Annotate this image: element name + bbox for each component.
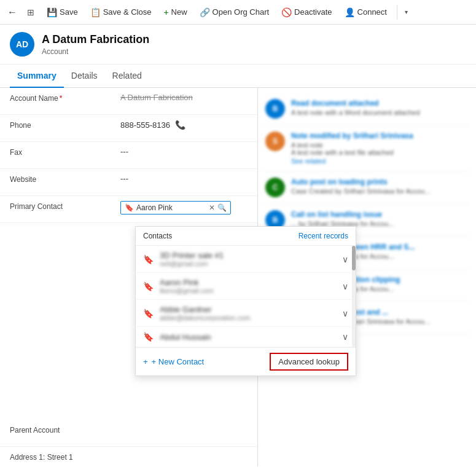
value-fax[interactable]: --- xyxy=(120,147,248,156)
connect-icon: 👤 xyxy=(345,7,355,17)
activity-item-1: S Note modified by Srilhari Srinivasa A … xyxy=(265,125,469,171)
contact-item-2[interactable]: 🔖 Abbie Gardner abbie@datumcorporation.c… xyxy=(136,300,258,327)
activity-title-2: Auto post on loading prints xyxy=(291,178,469,186)
org-chart-button[interactable]: 🔗 Open Org Chart xyxy=(195,5,275,20)
save-close-button[interactable]: 📋 Save & Close xyxy=(85,5,157,20)
contact-item-0[interactable]: 🔖 3D Printer sale #1 neli@gmail.com ∨ xyxy=(136,246,258,273)
phone-number[interactable]: 888-555-8136 xyxy=(120,120,170,130)
label-website: Website xyxy=(10,174,120,184)
label-parent-account: Parent Account xyxy=(10,425,120,435)
contact-email-2: abbie@datumcorporation.com xyxy=(160,314,258,321)
main-layout: Account Name* A Datum Fabrication Phone … xyxy=(0,88,476,466)
field-parent-account: Parent Account xyxy=(0,420,257,447)
save-close-icon: 📋 xyxy=(90,7,101,17)
label-phone: Phone xyxy=(10,120,120,130)
save-icon: 💾 xyxy=(47,7,57,17)
field-phone: Phone 888-555-8136 📞 xyxy=(0,115,257,142)
deactivate-icon: 🚫 xyxy=(281,7,292,17)
activity-desc-2: Case Created by Srilhari Srinivasa for A… xyxy=(291,187,469,195)
record-title: A Datum Fabrication xyxy=(42,33,149,46)
contact-icon-0: 🔖 xyxy=(143,254,154,264)
activity-desc-0: A test note with a Word document attache… xyxy=(291,109,469,116)
activity-avatar-1: S xyxy=(265,132,285,151)
toolbar: ← ⊞ 💾 Save 📋 Save & Close + New 🔗 Open O… xyxy=(0,0,476,25)
activity-content-2: Auto post on loading prints Case Created… xyxy=(291,178,469,197)
connect-button[interactable]: 👤 Connect xyxy=(340,5,392,20)
toolbar-separator xyxy=(397,5,397,20)
contact-name-1: Aaron Pink xyxy=(160,278,258,287)
new-icon: + xyxy=(163,7,168,17)
contact-item-3[interactable]: 🔖 Abdul Hussain ∨ xyxy=(136,327,258,347)
activity-content-1: Note modified by Srilhari Srinivasa A te… xyxy=(291,132,469,165)
activity-avatar-0: B xyxy=(265,99,285,119)
new-contact-button[interactable]: + + New Contact xyxy=(143,357,204,366)
dropdown-footer: + + New Contact Advanced lookup xyxy=(136,347,258,376)
new-contact-plus-icon: + xyxy=(143,357,148,366)
dropdown-contacts-label: Contacts xyxy=(143,232,172,240)
left-panel: Account Name* A Datum Fabrication Phone … xyxy=(0,88,258,466)
contact-name-3: Abdul Hussain xyxy=(160,332,258,342)
contact-name-0: 3D Printer sale #1 xyxy=(160,251,258,260)
label-primary-contact: Primary Contact xyxy=(10,201,120,211)
contacts-dropdown: Contacts Recent records 🔖 3D Printer sal… xyxy=(135,226,258,376)
field-primary-contact: Primary Contact 🔖 Aaron Pink ✕ 🔍 xyxy=(0,196,257,223)
contact-lookup-icon: 🔖 xyxy=(125,203,134,212)
layout-button[interactable]: ⊞ xyxy=(22,5,39,20)
toolbar-more-button[interactable]: ▾ xyxy=(402,6,410,18)
header-info: A Datum Fabrication Account xyxy=(42,33,149,56)
value-phone: 888-555-8136 📞 xyxy=(120,120,248,130)
org-chart-icon: 🔗 xyxy=(200,7,210,17)
field-account-name: Account Name* A Datum Fabrication xyxy=(0,88,257,115)
activity-title-3: Call on list handling issue xyxy=(291,210,469,219)
contact-lookup-text: Aaron Pink xyxy=(136,203,206,212)
tab-summary[interactable]: Summary xyxy=(10,65,64,88)
activity-title-0: Read document attached xyxy=(291,99,469,108)
contact-icon-2: 🔖 xyxy=(143,309,154,318)
record-header: AD A Datum Fabrication Account xyxy=(0,25,476,65)
primary-contact-lookup[interactable]: 🔖 Aaron Pink ✕ 🔍 xyxy=(120,201,231,214)
layout-icon: ⊞ xyxy=(27,7,34,17)
value-account-name[interactable]: A Datum Fabrication xyxy=(120,93,248,102)
record-subtitle: Account xyxy=(42,47,149,56)
field-fax: Fax --- xyxy=(0,142,257,169)
contact-item-1[interactable]: 🔖 Aaron Pink lkenn@gmail.com ∨ xyxy=(136,273,258,300)
contact-email-1: lkenn@gmail.com xyxy=(160,287,258,294)
dropdown-list: 🔖 3D Printer sale #1 neli@gmail.com ∨ 🔖 … xyxy=(136,246,258,347)
contact-icon-1: 🔖 xyxy=(143,281,154,291)
activity-content-0: Read document attached A test note with … xyxy=(291,99,469,119)
activity-link-1[interactable]: See related xyxy=(291,157,469,165)
label-account-name: Account Name* xyxy=(10,93,120,103)
tab-details[interactable]: Details xyxy=(64,65,105,88)
contact-icon-3: 🔖 xyxy=(143,332,154,342)
new-button[interactable]: + New xyxy=(158,5,192,20)
phone-icon[interactable]: 📞 xyxy=(175,120,185,130)
lookup-search-button[interactable]: 🔍 xyxy=(217,203,227,212)
save-button[interactable]: 💾 Save xyxy=(42,5,83,20)
tab-related[interactable]: Related xyxy=(105,65,149,88)
label-fax: Fax xyxy=(10,147,120,157)
tab-bar: Summary Details Related xyxy=(0,65,476,88)
activity-avatar-2: C xyxy=(265,178,285,197)
value-website[interactable]: --- xyxy=(120,174,248,183)
back-button[interactable]: ← xyxy=(5,4,20,20)
contact-email-0: neli@gmail.com xyxy=(160,260,258,267)
lookup-clear-button[interactable]: ✕ xyxy=(209,203,215,212)
contact-name-2: Abbie Gardner xyxy=(160,305,258,314)
avatar: AD xyxy=(10,32,34,57)
activity-item-0: B Read document attached A test note wit… xyxy=(265,93,469,125)
dropdown-header: Contacts Recent records xyxy=(136,227,258,246)
field-website: Website --- xyxy=(0,169,257,196)
activity-desc-1: A test noteA test note with a test file … xyxy=(291,141,469,156)
deactivate-button[interactable]: 🚫 Deactivate xyxy=(276,5,337,20)
field-address-street1: Address 1: Street 1 xyxy=(0,447,257,466)
label-address-street1: Address 1: Street 1 xyxy=(10,452,120,462)
activity-item-2: C Auto post on loading prints Case Creat… xyxy=(265,171,469,204)
activity-title-1: Note modified by Srilhari Srinivasa xyxy=(291,132,469,140)
